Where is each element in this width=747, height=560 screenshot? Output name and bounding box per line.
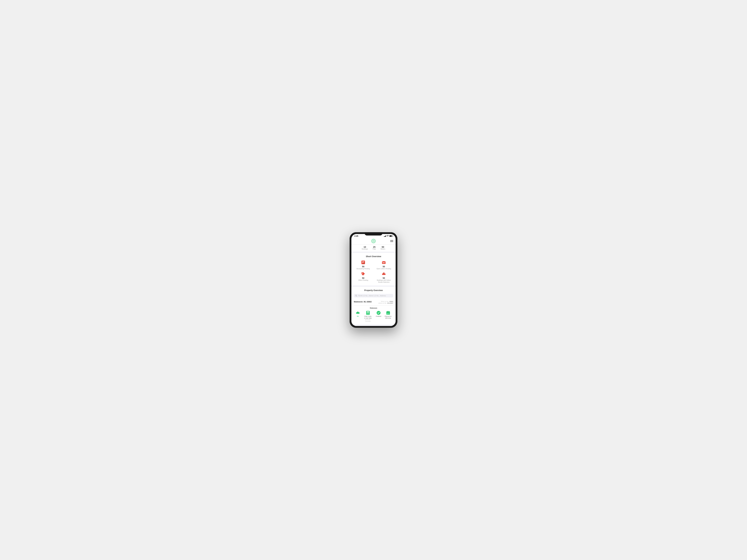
svg-rect-5 — [362, 263, 363, 263]
status-finalized-icon — [376, 311, 381, 315]
status-enter-costs-label: Enter Costs — [364, 316, 371, 317]
short-overview-card: Short Overview ! — [352, 253, 395, 286]
svg-point-24 — [368, 314, 369, 314]
search-icon — [355, 295, 357, 297]
admin-lg-label: Admin LG No. — [378, 302, 387, 304]
phone-screen: 2:25 — [352, 234, 395, 326]
phone-frame: 2:25 — [350, 232, 397, 328]
wifi-icon — [387, 235, 389, 237]
status-ok-item[interactable]: Ok — [356, 311, 360, 317]
status-enter-costs-dates: (01/01/18 - 31/12/20) — [363, 319, 372, 322]
teha-lg-value: 83662 — [389, 301, 393, 302]
status-finalized-label: Finalized — [376, 316, 381, 317]
property-address: Waldowstr. 90, 83662 — [354, 301, 372, 303]
svg-rect-9 — [383, 262, 384, 263]
status-planned-label2: dd/mm/yy — [385, 317, 391, 319]
open-letters-item[interactable]: 50 Open Letters Pending — [375, 260, 393, 270]
signal-bars-icon — [384, 235, 386, 237]
flats-stat: 25 Flats — [372, 246, 376, 250]
svg-point-30 — [387, 313, 387, 314]
buildings-stat: 10 Buildings — [362, 246, 368, 250]
svg-rect-12 — [382, 273, 386, 275]
svg-text:!: ! — [364, 263, 364, 264]
open-letters-number: 50 — [383, 265, 385, 268]
svg-rect-16 — [357, 312, 358, 313]
top-stats: 10 Buildings 25 Flats 50 Meters — [352, 244, 395, 251]
smoke-detectors-number: 50 — [383, 277, 385, 279]
svg-rect-29 — [386, 312, 390, 313]
svg-rect-18 — [367, 312, 369, 313]
short-overview-title: Short Overview — [354, 255, 393, 258]
nav-bar — [352, 238, 395, 244]
property-meta: TEHA LG No. 83662 Admin LG No. 00110567 — [378, 301, 393, 304]
smoke-detectors-desc: Buildings with Defect Smoke Detectors — [375, 279, 393, 283]
offers-desc: Offers Pending — [358, 279, 368, 281]
accounting-desc: Accounting Pending — [357, 268, 370, 270]
property-overview-card: Property Overview TEHA LG No., Admin LG … — [352, 287, 395, 324]
smoke-detectors-icon — [381, 271, 386, 276]
admin-lg-row: Admin LG No. 00110567 — [378, 302, 393, 304]
buildings-label: Buildings — [362, 248, 368, 250]
hamburger-menu[interactable] — [390, 240, 393, 242]
teha-lg-row: TEHA LG No. 83662 — [381, 301, 393, 302]
overview-grid: ! 50 Accounting Pending — [354, 260, 393, 283]
svg-rect-4 — [362, 262, 364, 262]
status-enter-costs-item[interactable]: Enter Costs & User Data (01/01/18 - 31/1… — [363, 311, 372, 322]
offers-pending-item[interactable]: 50 Offers Pending — [354, 271, 372, 283]
flats-count: 25 — [372, 246, 376, 248]
teha-lg-label: TEHA LG No. — [381, 301, 389, 302]
svg-point-34 — [388, 314, 388, 314]
offers-number: 50 — [362, 277, 364, 279]
svg-point-25 — [377, 311, 381, 315]
meters-count: 50 — [381, 246, 385, 248]
svg-point-19 — [367, 313, 367, 314]
property-row[interactable]: Waldowstr. 90, 83662 TEHA LG No. 83662 A… — [354, 299, 393, 305]
property-search-bar[interactable]: TEHA LG No., Admin LG No., Address — [354, 294, 393, 297]
svg-rect-3 — [362, 261, 364, 262]
svg-rect-15 — [356, 312, 360, 314]
svg-point-1 — [373, 241, 374, 241]
meters-label: Meters — [381, 248, 385, 250]
open-letters-icon — [381, 260, 386, 265]
svg-point-11 — [362, 273, 363, 273]
property-overview-title: Property Overview — [354, 289, 393, 292]
battery-icon — [389, 235, 393, 237]
svg-point-22 — [367, 314, 367, 314]
accounting-number: 50 — [362, 265, 364, 268]
svg-rect-28 — [389, 311, 389, 312]
svg-point-32 — [389, 313, 389, 314]
screen-content[interactable]: 10 Buildings 25 Flats 50 Meters Short Ov… — [352, 244, 395, 326]
svg-point-21 — [368, 313, 369, 314]
svg-point-23 — [368, 314, 368, 314]
status-ok-label: Ok — [357, 316, 359, 317]
meters-stat: 50 Meters — [381, 246, 385, 250]
smoke-detectors-item[interactable]: 50 Buildings with Defect Smoke Detectors — [375, 271, 393, 283]
status-time: 2:25 — [354, 235, 358, 237]
status-planned-icon — [386, 311, 390, 315]
status-planned-label: Planned on — [385, 316, 392, 317]
svg-rect-10 — [383, 263, 385, 263]
logo-icon — [371, 239, 376, 243]
notch — [364, 232, 383, 236]
offers-icon — [361, 271, 366, 276]
svg-point-20 — [368, 313, 368, 314]
accounting-pending-item[interactable]: ! 50 Accounting Pending — [354, 260, 372, 270]
status-ok-icon — [356, 311, 360, 315]
flats-label: Flats — [372, 248, 376, 250]
svg-point-31 — [388, 313, 388, 314]
svg-point-33 — [387, 314, 387, 314]
statuses-row: Ok — [354, 311, 393, 322]
status-calculator-icon — [366, 311, 370, 315]
status-finalized-item[interactable]: Finalized — [376, 311, 381, 317]
status-icons — [384, 235, 393, 237]
admin-lg-value: 00110567 — [387, 302, 393, 304]
svg-rect-27 — [387, 311, 388, 312]
buildings-count: 10 — [362, 246, 368, 248]
svg-rect-13 — [383, 273, 384, 273]
search-placeholder: TEHA LG No., Admin LG No., Address — [358, 295, 386, 297]
accounting-icon: ! — [361, 260, 366, 265]
phone-wrapper: 2:25 — [350, 232, 397, 328]
status-planned-item[interactable]: Planned on dd/mm/yy — [385, 311, 392, 319]
app-logo — [357, 239, 390, 243]
statuses-title: Statuses — [354, 307, 393, 309]
